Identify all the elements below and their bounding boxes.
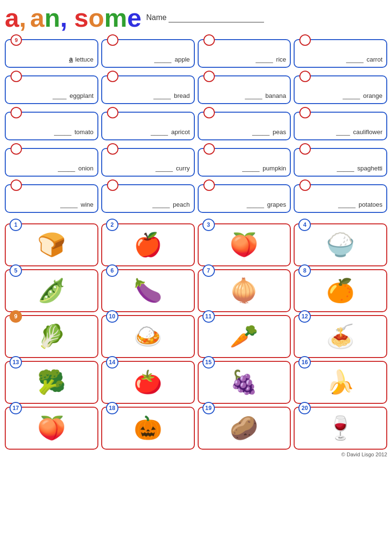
img-card-8: 8 🍊	[294, 269, 387, 312]
food-pumpkin-icon: 🎃	[134, 417, 162, 440]
food-grapes-icon: 🍇	[230, 371, 258, 394]
circle-9: 9	[11, 34, 22, 46]
circle-empty-8	[11, 107, 22, 118]
word-lettuce: lettuce	[75, 56, 93, 63]
answer-a: a	[69, 55, 73, 63]
blank-tomato: _____	[54, 128, 71, 136]
img-card-14: 14 🍅	[101, 361, 195, 404]
food-wine-icon: 🍷	[326, 417, 355, 440]
img-circle-10: 10	[106, 310, 118, 323]
title-comma-1: ,	[19, 5, 26, 31]
word-card-grapes: _____ grapes	[198, 184, 291, 213]
blank-apple: _____	[154, 56, 171, 63]
word-card-peach: _____ peach	[101, 184, 195, 213]
img-card-5: 5 🫛	[5, 269, 98, 312]
img-circle-6: 6	[106, 264, 118, 277]
word-row-1: 9 a lettuce _____ apple _____ rice _____	[5, 39, 387, 68]
title-letter-s: s	[74, 5, 88, 31]
circle-empty-10	[203, 107, 215, 118]
word-card-peas: _____ peas	[198, 112, 291, 140]
word-card-banana: _____ banana	[198, 75, 291, 104]
word-card-potatoes: _____ potatoes	[294, 184, 387, 213]
word-card-onion: _____ onion	[5, 148, 98, 177]
img-circle-14: 14	[106, 356, 118, 368]
circle-empty-16	[11, 179, 22, 191]
blank-wine: _____	[60, 201, 77, 208]
word-cauliflower: cauliflower	[351, 128, 382, 136]
word-row-2: ____ eggplant _____ bread _____ banana _…	[5, 75, 387, 104]
word-wine: wine	[79, 201, 93, 208]
circle-empty-18	[203, 179, 215, 191]
blank-potatoes: _____	[338, 201, 355, 208]
blank-spaghetti: _____	[337, 165, 354, 172]
img-circle-18: 18	[106, 402, 118, 414]
food-curry-icon: 🍛	[134, 325, 162, 348]
name-field-area: Name	[146, 13, 264, 22]
word-spaghetti: spaghetti	[356, 165, 382, 172]
word-card-cauliflower: ____ cauliflower	[294, 112, 387, 140]
word-card-orange: _____ orange	[294, 75, 387, 104]
word-curry: curry	[174, 165, 190, 172]
page-title: a , a n , s o m e	[5, 5, 141, 31]
img-card-15: 15 🍇	[198, 361, 291, 404]
word-row-4: _____ onion _____ curry _____ pumpkin __…	[5, 148, 387, 177]
food-peas-icon: 🫛	[37, 279, 66, 302]
img-card-6: 6 🍆	[101, 269, 195, 312]
img-circle-20: 20	[298, 402, 311, 414]
title-letter-a: a	[5, 5, 19, 31]
blank-bread: _____	[153, 92, 170, 99]
name-label: Name	[146, 13, 167, 22]
img-card-11: 11 🥕	[198, 315, 291, 358]
img-card-9: 9 🥬	[5, 315, 98, 358]
food-bread-icon: 🍞	[37, 233, 66, 256]
blank-pumpkin: _____	[242, 165, 259, 172]
img-circle-12: 12	[298, 310, 311, 323]
copyright-text: © David Lisgo 2012	[5, 452, 387, 457]
circle-empty-12	[11, 143, 22, 155]
img-card-2: 2 🍎	[101, 223, 195, 266]
food-tomato-icon: 🍅	[134, 371, 162, 394]
food-apple-icon: 🍎	[134, 233, 162, 256]
word-card-rice: _____ rice	[198, 39, 291, 68]
word-rice: rice	[275, 56, 286, 63]
circle-empty-5	[107, 71, 118, 82]
circle-empty-14	[203, 143, 215, 155]
food-peach-icon: 🍑	[37, 417, 66, 440]
title-comma-2: ,	[60, 5, 67, 31]
blank-carrot: _____	[346, 56, 363, 63]
blank-banana: _____	[245, 92, 262, 99]
word-card-tomato: _____ tomato	[5, 112, 98, 140]
img-card-19: 19 🥔	[198, 407, 291, 450]
blank-peas: _____	[252, 128, 269, 136]
blank-orange: _____	[343, 92, 360, 99]
title-letter-o: o	[88, 5, 104, 31]
blank-onion: _____	[58, 165, 75, 172]
blank-curry: _____	[156, 165, 173, 172]
word-tomato: tomato	[73, 128, 93, 136]
img-circle-8: 8	[298, 264, 311, 277]
img-circle-1: 1	[10, 219, 22, 231]
word-pumpkin: pumpkin	[261, 165, 286, 172]
blank-apricot: _____	[151, 128, 168, 136]
word-apricot: apricot	[170, 128, 190, 136]
food-cauliflower-icon: 🥦	[37, 371, 66, 394]
food-spaghetti-icon: 🍝	[326, 325, 355, 348]
img-card-13: 13 🥦	[5, 361, 98, 404]
title-letter-e: e	[127, 5, 141, 31]
name-underline[interactable]	[169, 13, 264, 22]
word-card-wine: _____ wine	[5, 184, 98, 213]
word-card-spaghetti: _____ spaghetti	[294, 148, 387, 177]
word-eggplant: eggplant	[68, 92, 94, 99]
img-circle-11: 11	[202, 310, 215, 323]
circle-empty-11	[299, 107, 311, 118]
word-card-apple: _____ apple	[101, 39, 195, 68]
food-eggplant-icon: 🍆	[134, 279, 162, 302]
img-card-4: 4 🍚	[294, 223, 387, 266]
blank-peach: _____	[152, 201, 170, 208]
food-rice-icon: 🍚	[326, 233, 355, 256]
word-banana: banana	[264, 92, 286, 99]
img-circle-15: 15	[202, 356, 215, 368]
food-potato-icon: 🥔	[230, 417, 258, 440]
word-apple: apple	[173, 56, 190, 63]
food-banana-icon: 🍌	[326, 371, 355, 394]
